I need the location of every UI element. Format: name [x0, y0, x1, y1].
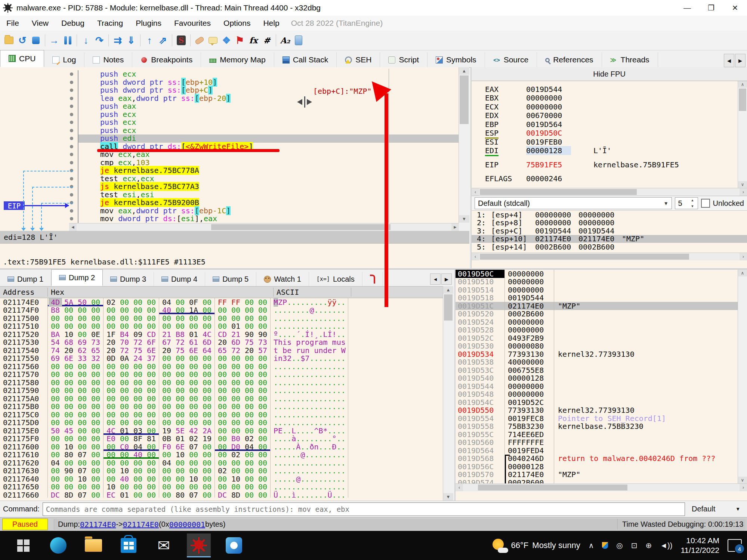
toolbar-step-out-button[interactable]: ↑ — [143, 34, 156, 47]
toolbar-run-until-return-button[interactable]: ⇓ — [124, 34, 138, 47]
register-row-edx[interactable]: EDX00670000 — [472, 111, 747, 120]
dump-tab-dump-3[interactable]: Dump 3 — [103, 272, 154, 286]
menu-options[interactable]: Options — [217, 19, 257, 28]
stack-vertical-scrollbar[interactable]: ∧ ∨ — [738, 270, 747, 483]
dump-row[interactable]: 0211756000000000000000000000000000000000… — [0, 362, 453, 371]
stack-row[interactable]: 0019D51C021174E0"MZP" — [456, 302, 747, 310]
breakpoint-gutter[interactable] — [0, 78, 78, 87]
dump-row[interactable]: 0211763000900700001000000000000002000000… — [0, 467, 453, 475]
taskbar-file-explorer[interactable] — [81, 533, 105, 557]
scroll-thumb[interactable] — [480, 254, 689, 260]
scroll-right-icon[interactable]: › — [740, 188, 747, 196]
dump-row[interactable]: 021175E0504500004C010300195E422A00000000… — [0, 427, 453, 435]
stack-row[interactable]: 0019D5740002B600 — [456, 479, 747, 483]
scroll-down-icon[interactable]: ▼ — [443, 493, 453, 501]
disasm-line[interactable]: push eax — [0, 102, 459, 111]
dump-tabs-left-button[interactable]: ◄ — [430, 273, 441, 285]
tab-memory-map[interactable]: Memory Map — [201, 52, 274, 67]
breakpoint-gutter[interactable] — [0, 215, 78, 223]
toolbar-seh-chain-button[interactable]: S — [175, 34, 188, 47]
toolbar-comments-button[interactable] — [206, 34, 220, 47]
toolbar-run-to-user-code-button[interactable]: ⇉ — [111, 34, 124, 47]
dump-tab-dump-5[interactable]: Dump 5 — [205, 272, 256, 286]
dump-row[interactable]: 0211750000000000000000000000000000000000… — [0, 314, 453, 322]
dump-row[interactable]: 021175F000000000E0008F810B01021900B00200… — [0, 435, 453, 443]
register-row-ebx[interactable]: EBX00000000 — [472, 94, 747, 103]
dump-status-link[interactable]: 021174E0 — [80, 520, 116, 529]
dump-row[interactable]: 021175C000000000000000000000000000000000… — [0, 411, 453, 419]
disassembly-vertical-scrollbar[interactable]: ▲ ▼ — [459, 67, 469, 231]
stack-horizontal-scrollbar[interactable]: ‹ › — [456, 483, 747, 491]
disassembly-view[interactable]: push ecxpush dword ptr ss:[ebp+10]push d… — [0, 67, 469, 231]
scroll-tabs-left-button[interactable]: ◀ — [724, 54, 734, 67]
breakpoint-gutter[interactable] — [0, 86, 78, 95]
toolbar-run-button[interactable]: → — [47, 34, 61, 47]
toolbar-expression-fx-button[interactable]: fx — [247, 34, 260, 47]
scroll-thumb[interactable] — [480, 189, 637, 195]
stack-row[interactable]: 0019D53840000000 — [456, 358, 747, 366]
tab-cpu[interactable]: CPU — [0, 50, 44, 67]
stack-row[interactable]: 0019D56C00000128 — [456, 462, 747, 471]
stack-table[interactable]: 0019D50C000000000019D510000000000019D514… — [456, 270, 747, 483]
breakpoint-gutter[interactable] — [0, 151, 78, 159]
menu-plugins[interactable]: Plugins — [129, 19, 168, 28]
notification-center-icon[interactable]: 4 — [728, 539, 742, 552]
menu-debug[interactable]: Debug — [55, 19, 91, 28]
dump-vertical-scrollbar[interactable]: ▲ ▼ — [443, 286, 453, 501]
toolbar-preferences-fan-button[interactable]: ❖ — [220, 34, 233, 47]
toolbar-assemble-a2-button[interactable]: A₂ — [278, 34, 292, 47]
call-argument-row[interactable]: 5:[esp+14]0002B6000002B600 — [472, 243, 747, 251]
taskbar-photos[interactable] — [222, 533, 246, 557]
unlocked-checkbox[interactable] — [701, 199, 710, 208]
menu-view[interactable]: View — [25, 19, 55, 28]
stack-row[interactable]: 0019D54800000000 — [456, 390, 747, 399]
scroll-down-icon[interactable]: ∨ — [738, 477, 747, 483]
calling-convention-select[interactable]: Default (stdcall) ▼ — [475, 197, 672, 209]
register-row-esp[interactable]: ESP0019D50C — [472, 129, 747, 138]
taskbar-mail[interactable]: ✉ — [152, 533, 176, 557]
menu-file[interactable]: File — [0, 19, 25, 28]
comment-column-divider[interactable] — [389, 69, 389, 223]
maximize-button[interactable]: ❐ — [699, 0, 723, 16]
dump-row[interactable]: 0211761000800700000040000010000000020000… — [0, 451, 453, 459]
dump-row[interactable]: 021174E04D5A50000200000004000F00FFFF0000… — [0, 298, 453, 306]
call-argument-row[interactable]: 2:[esp+8]0000000000000000 — [472, 219, 747, 227]
dump-tabs-right-button[interactable]: ▶ — [441, 273, 452, 285]
stack-row[interactable]: 0019D54000000128 — [456, 374, 747, 383]
scroll-thumb[interactable] — [478, 485, 627, 491]
scroll-left-icon[interactable]: ◄ — [69, 223, 77, 231]
registers-vertical-scrollbar[interactable]: ∧ ∨ — [738, 81, 747, 188]
breakpoint-gutter[interactable] — [0, 102, 78, 111]
stack-row[interactable]: 0019D53477393130kernel32.77393130 — [456, 350, 747, 358]
toolbar-animate-into-button[interactable]: ⇗ — [156, 34, 170, 47]
command-mode-select[interactable]: Default ▼ — [688, 503, 744, 516]
breakpoint-gutter[interactable] — [0, 111, 78, 119]
command-input[interactable] — [43, 502, 685, 516]
scroll-tabs-right-button[interactable]: ▶ — [735, 54, 746, 67]
register-row-esi[interactable]: ESI0019FEB0 — [472, 137, 747, 146]
scroll-right-icon[interactable]: › — [740, 484, 747, 491]
toolbar-step-into-button[interactable]: ↓ — [79, 34, 93, 47]
menu-tracing[interactable]: Tracing — [91, 19, 129, 28]
breakpoint-gutter[interactable] — [0, 70, 78, 78]
argument-count-stepper[interactable]: 5 ▲▼ — [675, 197, 698, 209]
disasm-line[interactable]: call dword ptr ds:[<&ZwWriteFile>] — [0, 143, 459, 151]
tray-expand-icon[interactable]: ∧ — [589, 541, 594, 550]
disassembly-horizontal-scrollbar[interactable]: ◄ ► — [69, 223, 459, 231]
disassembly-code[interactable]: push ecxpush dword ptr ss:[ebp+10]push d… — [0, 67, 459, 223]
toolbar-calculator-hash-button[interactable]: # — [260, 34, 274, 47]
taskbar-edge[interactable] — [46, 533, 70, 557]
stack-row[interactable]: 0019D55C714EE6ED — [456, 430, 747, 439]
dump-table[interactable]: 021174E04D5A50000200000004000F00FFFF0000… — [0, 298, 453, 498]
register-row-eax[interactable]: EAX0019D544 — [472, 85, 747, 94]
dump-row[interactable]: 021174F0B80000000000000040001A0000000000… — [0, 306, 453, 315]
menu-help[interactable]: Help — [257, 19, 285, 28]
scroll-left-icon[interactable]: ‹ — [472, 188, 479, 196]
stack-row[interactable]: 0019D5640019FED4 — [456, 446, 747, 455]
dump-tab-locals[interactable]: [x=]Locals — [309, 272, 362, 286]
disasm-line[interactable]: push dword ptr ss:[ebp+C] — [0, 86, 459, 95]
scroll-up-icon[interactable]: ▲ — [443, 286, 453, 294]
toolbar-open-file-button[interactable] — [2, 34, 16, 47]
breakpoint-gutter[interactable] — [0, 118, 78, 127]
dump-row[interactable]: 0211758000000000000000000000000000000000… — [0, 378, 453, 387]
